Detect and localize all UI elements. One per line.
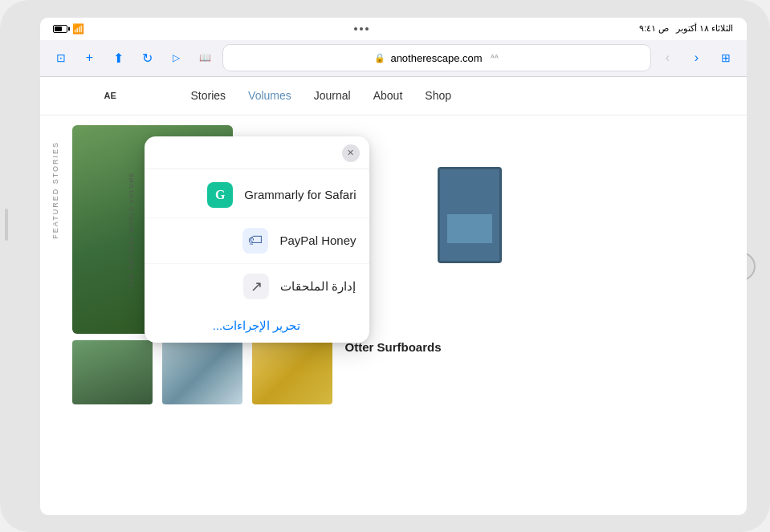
manage-label: إدارة الملحقات — [280, 279, 356, 294]
status-time: الثلاثاء ١٨ أكتوبر ص ٩:٤١ — [639, 23, 733, 34]
address-bar[interactable]: 🔒 anotherescape.com ᴬᴬ — [223, 45, 650, 71]
tab-switcher-button[interactable]: ⊡ — [50, 47, 72, 69]
reload-button[interactable]: ↻ — [136, 47, 159, 69]
thumb-3 — [252, 340, 332, 404]
new-tab-button[interactable]: + — [79, 47, 101, 69]
share-button[interactable]: ⬆ — [108, 47, 130, 69]
manage-extensions-item[interactable]: إدارة الملحقات ↗ — [145, 264, 369, 309]
status-time-val: ٩:٤١ — [639, 23, 656, 33]
honey-icon: 🏷 — [242, 228, 268, 254]
edit-actions-link[interactable]: تحرير الإجراءات... — [157, 319, 356, 333]
thumb-2 — [162, 340, 242, 404]
nav-journal[interactable]: Journal — [314, 89, 351, 102]
url-text: anotherescape.com — [390, 52, 482, 64]
thumb-1 — [72, 340, 153, 404]
status-date: الثلاثاء ١٨ أكتوبر — [676, 23, 733, 33]
grammarly-label: Grammarly for Safari — [244, 188, 356, 201]
website-area: AE Stories Volumes Journal About Shop FE… — [40, 77, 747, 515]
site-logo: AE — [104, 91, 153, 100]
featured-stories-label: FEATURED STORIES — [51, 141, 59, 239]
grammarly-item[interactable]: Grammarly for Safari G — [145, 173, 369, 218]
close-icon: ✕ — [347, 148, 354, 158]
shop-window — [446, 213, 494, 245]
nav-shop[interactable]: Shop — [425, 89, 451, 102]
honey-label: PayPal Honey — [279, 234, 356, 247]
natural-world-label: THE NATURAL WORLD VOLUME — [128, 172, 134, 286]
extension-popup: ✕ Grammarly for Safari G PayPal Honey 🏷 — [145, 136, 369, 343]
popup-header: ✕ — [145, 136, 369, 169]
bookmark-button[interactable]: 📖 — [194, 47, 217, 69]
right-content: THE WATER VOLUME Otter Surfboards — [345, 125, 594, 504]
status-center-dots — [354, 27, 369, 30]
browser-chrome: ⊡ + ⬆ ↻ ▷ 📖 🔒 anotherescape.com ᴬᴬ ‹ › ⊞ — [40, 40, 747, 77]
wifi-icon: 📶 — [72, 23, 84, 35]
image-caption: Otter Surfboards — [345, 340, 594, 354]
grammarly-icon: G — [207, 182, 233, 208]
popup-close-button[interactable]: ✕ — [342, 144, 360, 162]
status-ampm: ص — [658, 23, 669, 33]
status-left: 📶 — [53, 23, 84, 35]
shop-bg — [345, 125, 594, 334]
battery-icon — [53, 25, 67, 33]
nav-stories[interactable]: Stories — [191, 89, 226, 102]
ipad-screen: 📶 الثلاثاء ١٨ أكتوبر ص ٩:٤١ ⊡ + ⬆ ↻ ▷ — [40, 18, 747, 515]
forward-content-button[interactable]: ▷ — [165, 47, 188, 69]
nav-volumes[interactable]: Volumes — [248, 89, 291, 102]
site-nav: AE Stories Volumes Journal About Shop — [40, 77, 747, 116]
hardware-button — [5, 209, 8, 241]
forward-button[interactable]: › — [686, 47, 708, 69]
honey-item[interactable]: PayPal Honey 🏷 — [145, 218, 369, 264]
split-view-button[interactable]: ⊞ — [715, 47, 737, 69]
manage-icon: ↗ — [243, 274, 269, 299]
reader-mode-btn[interactable]: ᴬᴬ — [491, 53, 499, 63]
status-bar: 📶 الثلاثاء ١٨ أكتوبر ص ٩:٤١ — [40, 18, 747, 40]
ipad-frame: 📶 الثلاثاء ١٨ أكتوبر ص ٩:٤١ ⊡ + ⬆ ↻ ▷ — [0, 0, 770, 532]
water-volume-label: THE WATER VOLUME — [548, 191, 553, 268]
nav-about[interactable]: About — [373, 89, 403, 102]
lock-icon: 🔒 — [374, 53, 385, 63]
popup-items-list: Grammarly for Safari G PayPal Honey 🏷 إد… — [145, 169, 369, 312]
bottom-thumbnails — [72, 340, 332, 404]
back-button[interactable]: ‹ — [657, 47, 679, 69]
shop-image: THE WATER VOLUME — [345, 125, 594, 334]
edit-actions-section: تحرير الإجراءات... — [145, 312, 369, 336]
